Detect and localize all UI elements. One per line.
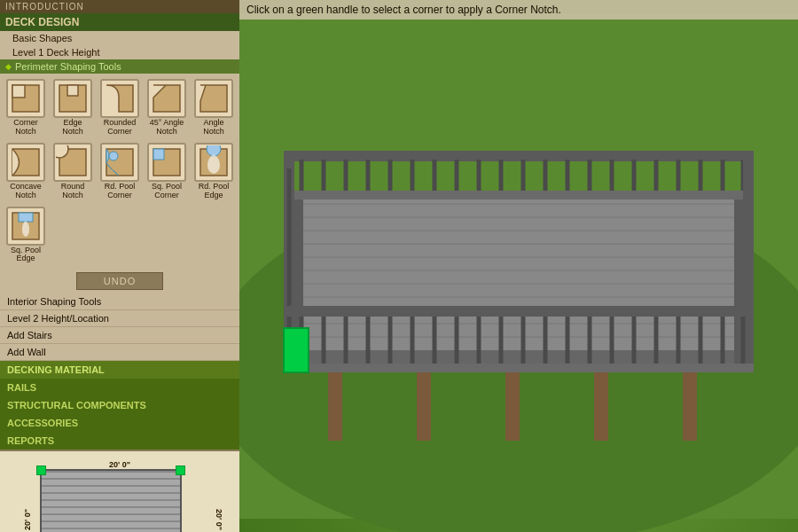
rails-header[interactable]: RAILS — [0, 379, 239, 396]
level1-height-item[interactable]: Level 1 Deck Height — [0, 45, 239, 59]
rounded-corner-label: RoundedCorner — [104, 119, 137, 137]
round-notch-icon — [53, 143, 92, 182]
sq-pool-edge-label: Sq. PoolEdge — [11, 246, 41, 264]
dim-top-label: 20' 0" — [109, 460, 130, 469]
deck-3d-scene — [239, 0, 798, 532]
instruction-bar: Click on a green handle to select a corn… — [239, 0, 798, 20]
svg-rect-66 — [284, 306, 754, 317]
tools-grid: CornerNotch EdgeNotch — [0, 74, 239, 269]
add-stairs-item[interactable]: Add Stairs — [0, 327, 239, 344]
sq-pool-edge-tool[interactable]: Sq. PoolEdge — [4, 205, 48, 266]
angle-notch-tool[interactable]: AngleNotch — [192, 77, 236, 138]
corner-notch-tool[interactable]: CornerNotch — [4, 77, 48, 138]
rd-pool-corner-label: Rd. PoolCorner — [105, 183, 136, 200]
rd-pool-edge-tool[interactable]: Rd. PoolEdge — [192, 141, 236, 202]
right-panel: Click on a green handle to select a corn… — [239, 0, 798, 532]
angle-notch-label: AngleNotch — [203, 119, 224, 137]
svg-rect-39 — [284, 191, 754, 200]
sq-pool-edge-icon — [6, 207, 45, 246]
svg-marker-4 — [153, 85, 180, 112]
dim-right-label: 20' 0" — [215, 509, 223, 530]
rd-pool-edge-icon — [194, 143, 233, 182]
rounded-corner-icon — [100, 79, 139, 118]
basic-shapes-item[interactable]: Basic Shapes — [0, 31, 239, 45]
concave-notch-tool[interactable]: ConcaveNotch — [4, 141, 48, 202]
svg-rect-37 — [683, 370, 697, 441]
angle-notch-icon — [194, 79, 233, 118]
mini-handle-tl[interactable] — [36, 466, 46, 475]
angle-notch-45-tool[interactable]: 45° AngleNotch — [145, 77, 189, 138]
undo-section: UNDO — [0, 269, 239, 293]
svg-rect-34 — [417, 370, 431, 441]
structural-components-header[interactable]: STRUCTURAL COMPONENTS — [0, 396, 239, 414]
round-notch-tool[interactable]: RoundNotch — [51, 141, 95, 202]
dim-left-label: 20' 0" — [23, 509, 32, 530]
svg-rect-15 — [19, 213, 33, 222]
mini-map-inner: 20' 0" 20' 0" 20' 0" — [0, 451, 239, 532]
svg-rect-11 — [153, 149, 164, 160]
svg-rect-36 — [594, 370, 608, 441]
round-notch-label: RoundNotch — [61, 183, 85, 200]
perimeter-header: Perimeter Shaping Tools — [0, 59, 239, 74]
svg-rect-38 — [284, 151, 754, 161]
svg-rect-35 — [505, 370, 520, 441]
undo-button[interactable]: UNDO — [76, 272, 163, 290]
mini-deck — [40, 469, 182, 532]
svg-rect-88 — [284, 364, 754, 372]
edge-notch-label: EdgeNotch — [62, 119, 83, 137]
reports-header[interactable]: REPORTS — [0, 432, 239, 450]
interior-shaping-item[interactable]: Interior Shaping Tools — [0, 293, 239, 310]
svg-point-9 — [109, 152, 118, 160]
sq-pool-corner-icon — [147, 143, 186, 182]
add-wall-item[interactable]: Add Wall — [0, 344, 239, 361]
rounded-corner-tool[interactable]: RoundedCorner — [98, 77, 142, 138]
corner-notch-icon — [6, 79, 45, 118]
svg-rect-3 — [67, 85, 78, 96]
mini-map: 20' 0" 20' 0" 20' 0" — [0, 450, 239, 532]
angle-notch-45-icon — [147, 79, 186, 118]
intro-header: INTRODUCTION — [0, 0, 239, 13]
decking-material-header[interactable]: DECKING MATERIAL — [0, 361, 239, 379]
sub-menu: Basic Shapes Level 1 Deck Height — [0, 31, 239, 59]
accessories-header[interactable]: ACCESSORIES — [0, 414, 239, 432]
rd-pool-edge-label: Rd. PoolEdge — [199, 183, 230, 200]
angle-notch-45-label: 45° AngleNotch — [150, 119, 184, 137]
svg-rect-89 — [284, 328, 309, 372]
mini-handle-tr[interactable] — [176, 466, 185, 475]
corner-notch-label: CornerNotch — [13, 119, 38, 137]
deck-design-header: DECK DESIGN — [0, 13, 239, 31]
concave-notch-icon — [6, 143, 45, 182]
rd-pool-corner-tool[interactable]: Rd. PoolCorner — [98, 141, 142, 202]
svg-rect-33 — [328, 370, 342, 441]
edge-notch-tool[interactable]: EdgeNotch — [51, 77, 95, 138]
lower-menu: Interior Shaping Tools Level 2 Height/Lo… — [0, 293, 239, 361]
svg-marker-5 — [200, 85, 227, 112]
section-headers: DECKING MATERIAL RAILS STRUCTURAL COMPON… — [0, 361, 239, 450]
sq-pool-corner-tool[interactable]: Sq. PoolCorner — [145, 141, 189, 202]
svg-rect-1 — [12, 85, 25, 98]
edge-notch-icon — [53, 79, 92, 118]
left-panel: INTRODUCTION DECK DESIGN Basic Shapes Le… — [0, 0, 239, 532]
scene — [239, 0, 798, 532]
concave-notch-label: ConcaveNotch — [10, 183, 42, 200]
sq-pool-corner-label: Sq. PoolCorner — [152, 183, 182, 200]
rd-pool-corner-icon — [100, 143, 139, 182]
level2-height-item[interactable]: Level 2 Height/Location — [0, 310, 239, 327]
